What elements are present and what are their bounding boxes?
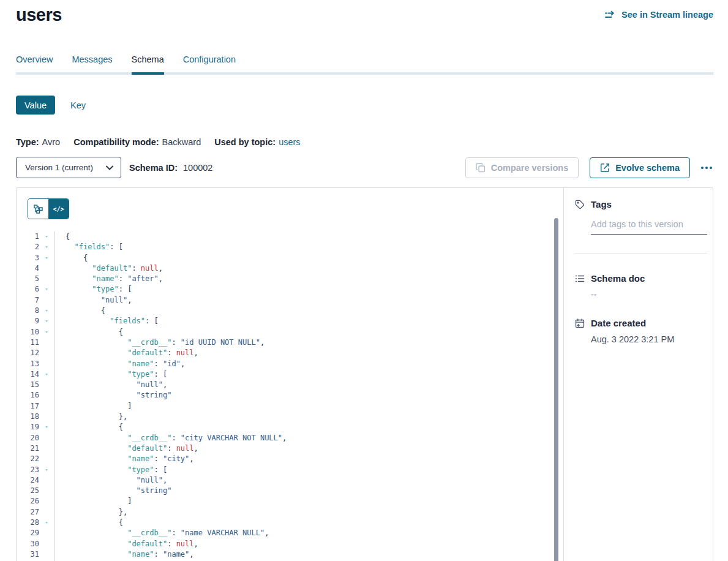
line-number: 11 bbox=[17, 337, 39, 348]
code-line: 16 "string" bbox=[17, 390, 563, 401]
fold-toggle-icon[interactable]: ▾ bbox=[39, 253, 54, 263]
schema-id-value: 100002 bbox=[183, 163, 212, 173]
code-text: "type": [ bbox=[54, 284, 563, 295]
line-number: 16 bbox=[17, 390, 39, 401]
fold-spacer bbox=[39, 348, 54, 358]
compatibility-label: Compatibility mode: bbox=[73, 137, 159, 147]
fold-spacer bbox=[39, 401, 54, 412]
fold-toggle-icon[interactable]: ▾ bbox=[39, 518, 54, 528]
tree-view-icon bbox=[34, 205, 43, 214]
code-line: 9▾ "fields": [ bbox=[17, 316, 563, 326]
fold-spacer bbox=[39, 390, 54, 401]
fold-spacer bbox=[39, 433, 54, 443]
fold-toggle-icon[interactable]: ▾ bbox=[39, 242, 54, 252]
fold-toggle-icon[interactable]: ▾ bbox=[39, 327, 54, 337]
code-line: 13 "name": "id", bbox=[17, 359, 563, 369]
code-lines[interactable]: 1▾{2▾ "fields": [3▾ {4 "default": null,5… bbox=[17, 232, 563, 561]
code-text: { bbox=[54, 306, 563, 316]
line-number: 9 bbox=[17, 316, 39, 326]
fold-toggle-icon[interactable]: ▾ bbox=[39, 284, 54, 295]
code-text: "name": "name", bbox=[54, 549, 563, 560]
type-value: Avro bbox=[42, 137, 61, 147]
tab-configuration[interactable]: Configuration bbox=[183, 55, 236, 72]
code-text: "null", bbox=[54, 475, 563, 486]
tab-overview[interactable]: Overview bbox=[16, 55, 53, 72]
compare-versions-button[interactable]: Compare versions bbox=[465, 157, 579, 178]
code-text: ] bbox=[54, 401, 563, 412]
type-label: Type: bbox=[16, 137, 39, 147]
value-toggle-button[interactable]: Value bbox=[16, 96, 55, 115]
schema-doc-value: -- bbox=[591, 290, 707, 299]
fold-spacer bbox=[39, 263, 54, 274]
schema-id: Schema ID: 100002 bbox=[129, 163, 212, 173]
used-by-topic-label: Used by topic: bbox=[214, 137, 276, 147]
evolve-schema-button[interactable]: Evolve schema bbox=[590, 157, 690, 178]
fold-spacer bbox=[39, 549, 54, 560]
code-text: { bbox=[54, 253, 563, 263]
fold-spacer bbox=[39, 380, 54, 390]
line-number: 4 bbox=[17, 263, 39, 274]
code-line: 24 "null", bbox=[17, 475, 563, 486]
chevron-down-icon bbox=[106, 165, 113, 170]
topic-link[interactable]: users bbox=[279, 137, 300, 147]
code-text: "default": null, bbox=[54, 443, 563, 454]
more-options-button[interactable] bbox=[700, 163, 713, 173]
line-number: 23 bbox=[17, 465, 39, 475]
code-line: 5 "name": "after", bbox=[17, 274, 563, 284]
line-number: 21 bbox=[17, 443, 39, 454]
fold-spacer bbox=[39, 359, 54, 369]
code-line: 15 "null", bbox=[17, 380, 563, 390]
line-number: 18 bbox=[17, 412, 39, 422]
code-line: 17 ] bbox=[17, 401, 563, 412]
tags-input[interactable] bbox=[591, 218, 707, 235]
code-text: "name": "after", bbox=[54, 274, 563, 284]
key-toggle-button[interactable]: Key bbox=[70, 100, 86, 110]
code-line: 25 "string" bbox=[17, 486, 563, 496]
code-line: 8▾ { bbox=[17, 306, 563, 316]
stream-lineage-link[interactable]: See in Stream lineage bbox=[605, 10, 713, 20]
code-view-button[interactable]: </> bbox=[48, 199, 69, 219]
schema-doc-section: Schema doc -- bbox=[575, 273, 707, 299]
line-number: 10 bbox=[17, 327, 39, 337]
calendar-icon bbox=[575, 318, 585, 328]
fold-spacer bbox=[39, 475, 54, 486]
code-text: "fields": [ bbox=[54, 242, 563, 252]
line-number: 13 bbox=[17, 359, 39, 369]
tab-schema[interactable]: Schema bbox=[132, 55, 164, 72]
code-line: 29 "__crdb__": "name VARCHAR NULL", bbox=[17, 528, 563, 538]
code-text: "type": [ bbox=[54, 369, 563, 380]
fold-toggle-icon[interactable]: ▾ bbox=[39, 316, 54, 326]
line-number: 7 bbox=[17, 295, 39, 306]
line-number: 20 bbox=[17, 433, 39, 443]
line-number: 15 bbox=[17, 380, 39, 390]
code-text: "__crdb__": "id UUID NOT NULL", bbox=[54, 337, 563, 348]
code-text: { bbox=[54, 327, 563, 337]
compatibility-value: Backward bbox=[162, 137, 201, 147]
line-number: 24 bbox=[17, 475, 39, 486]
fold-toggle-icon[interactable]: ▾ bbox=[39, 369, 54, 380]
fold-toggle-icon[interactable]: ▾ bbox=[39, 232, 54, 242]
fold-toggle-icon[interactable]: ▾ bbox=[39, 306, 54, 316]
code-text: "default": null, bbox=[54, 348, 563, 358]
line-number: 5 bbox=[17, 274, 39, 284]
code-text: "name": "city", bbox=[54, 454, 563, 464]
fold-spacer bbox=[39, 496, 54, 506]
code-text: "null", bbox=[54, 380, 563, 390]
code-line: 28▾ { bbox=[17, 518, 563, 528]
version-select[interactable]: Version 1 (current) bbox=[16, 157, 121, 178]
code-view-icon: </> bbox=[53, 206, 64, 213]
edit-icon bbox=[600, 163, 610, 173]
fold-toggle-icon[interactable]: ▾ bbox=[39, 465, 54, 475]
code-line: 10▾ { bbox=[17, 327, 563, 337]
fold-spacer bbox=[39, 454, 54, 464]
tree-view-button[interactable] bbox=[28, 199, 48, 219]
schema-meta: Type: Avro Compatibility mode: Backward … bbox=[16, 137, 713, 147]
line-number: 14 bbox=[17, 369, 39, 380]
editor-scrollbar[interactable] bbox=[554, 218, 558, 561]
version-bar: Version 1 (current) Schema ID: 100002 Co… bbox=[16, 157, 713, 178]
fold-toggle-icon[interactable]: ▾ bbox=[39, 422, 54, 432]
tab-messages[interactable]: Messages bbox=[72, 55, 112, 72]
schema-doc-title: Schema doc bbox=[591, 273, 645, 284]
fold-spacer bbox=[39, 528, 54, 538]
code-line: 4 "default": null, bbox=[17, 263, 563, 274]
